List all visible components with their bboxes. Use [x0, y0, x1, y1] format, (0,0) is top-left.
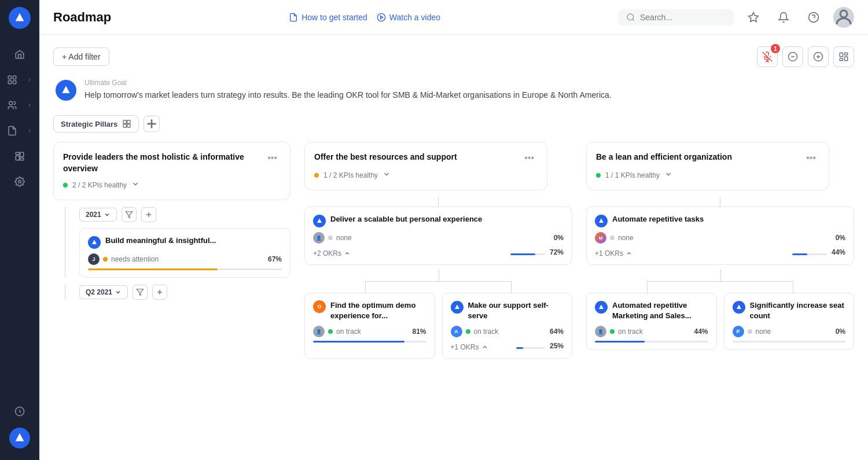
- sidebar-logo-bottom[interactable]: [9, 428, 30, 448]
- sidebar-item-okrs[interactable]: [3, 68, 36, 91]
- layout-button[interactable]: [833, 46, 854, 67]
- pillar-card-3: Be a lean and efficient organization •••…: [586, 142, 829, 190]
- quarter-q2-btn[interactable]: Q2 2021: [79, 285, 128, 299]
- help-button[interactable]: [803, 7, 824, 28]
- zoom-in-button[interactable]: [808, 46, 829, 67]
- quarter-q2-filter-btn[interactable]: [133, 285, 148, 300]
- chevron-down-icon: [131, 180, 139, 188]
- watch-video-link[interactable]: Watch a video: [377, 13, 440, 22]
- quarter-q2-add-btn[interactable]: [152, 285, 167, 300]
- sidebar-item-people[interactable]: [3, 94, 36, 117]
- kpi-chevron[interactable]: [131, 180, 139, 190]
- svg-rect-6: [16, 156, 19, 160]
- quarter-add-btn[interactable]: [141, 207, 156, 222]
- svg-point-18: [840, 10, 847, 17]
- pillar-2-menu[interactable]: •••: [521, 152, 538, 164]
- quarter-2021-btn[interactable]: 2021: [79, 208, 117, 222]
- okr-title: Automated repetitive Marketing and Sales…: [612, 300, 708, 321]
- pillar-3-menu[interactable]: •••: [803, 152, 819, 164]
- expand-okrs-btn[interactable]: +2 OKRs: [313, 249, 351, 257]
- okr-avatar: 👤: [313, 326, 325, 337]
- okr-progress-bar: [595, 341, 708, 343]
- svg-rect-1: [13, 76, 16, 79]
- plus-icon: [144, 116, 159, 131]
- pillar-2-kpi: 1 / 2 KPIs healthy: [314, 170, 538, 181]
- okr-percent: 0%: [554, 234, 564, 242]
- sidebar: [0, 0, 39, 460]
- chevron-down-icon: [115, 289, 122, 296]
- svg-marker-12: [380, 16, 382, 19]
- zoom-out-button[interactable]: [782, 46, 803, 67]
- svg-point-4: [9, 101, 13, 105]
- chevron-down-icon: [104, 211, 111, 218]
- pillar-col-1: Provide leaders the most holistic & info…: [53, 142, 290, 363]
- quarter-header-2021: 2021: [79, 207, 290, 222]
- chevron-up-icon: [626, 250, 632, 257]
- avatar-icon: [833, 7, 854, 28]
- okr-meta-row: J needs attention 67%: [88, 253, 282, 265]
- okr-avatar: P: [733, 326, 744, 337]
- kpi-chevron[interactable]: [664, 170, 672, 181]
- expand-percent: 25%: [550, 342, 564, 350]
- mute-button[interactable]: 1: [757, 46, 778, 67]
- pillar-1-menu[interactable]: •••: [264, 152, 281, 164]
- search-box[interactable]: [618, 9, 734, 25]
- add-pillar-button[interactable]: [144, 116, 160, 132]
- sidebar-item-dashboard[interactable]: [7, 145, 32, 168]
- expand-percent: 72%: [550, 248, 564, 256]
- pillar-2-title: Offer the best resources and support: [314, 152, 521, 163]
- expand-percent: 44%: [832, 248, 845, 256]
- kpi-chevron[interactable]: [382, 170, 391, 181]
- ug-text: Help tomorrow's market leaders turn stra…: [84, 89, 612, 101]
- sidebar-item-expand[interactable]: [7, 400, 32, 423]
- svg-rect-31: [123, 120, 126, 123]
- expand-okrs-btn[interactable]: +1 OKRs: [451, 343, 488, 351]
- okr-meta-row: A on track 64%: [451, 326, 564, 337]
- okr-percent: 64%: [550, 327, 564, 336]
- pillar2-connector: [304, 197, 572, 207]
- layout-icon: [838, 51, 849, 62]
- expand-progress-fill: [792, 253, 807, 255]
- status-dot: [328, 329, 333, 334]
- okr-icon: [88, 236, 101, 249]
- sidebar-item-settings[interactable]: [7, 170, 32, 193]
- status-dot: [748, 329, 752, 334]
- okr-progress-fill: [88, 268, 218, 270]
- page-title: Roadmap: [53, 10, 111, 25]
- vertical-line: [438, 197, 439, 207]
- status-dot: [103, 257, 108, 262]
- quarter-q2-section: Q2 2021: [65, 285, 290, 300]
- okr-percent: 44%: [694, 327, 708, 336]
- expand-okrs-btn[interactable]: +1 OKRs: [595, 249, 632, 257]
- document-icon: [289, 13, 298, 22]
- sidebar-bottom: [7, 400, 32, 453]
- svg-marker-37: [126, 212, 133, 218]
- okr-status: M none: [595, 232, 634, 244]
- sidebar-item-home[interactable]: [7, 43, 32, 66]
- svg-point-13: [627, 14, 634, 20]
- user-avatar[interactable]: [833, 7, 854, 28]
- okr-title: Make our support self-serve: [468, 300, 564, 321]
- okr-meta-row: M none 0%: [595, 232, 845, 244]
- tree-connector-p3: [598, 270, 843, 293]
- pillar2-children-row: O Find the optimum demo experience for..…: [304, 293, 572, 363]
- search-input[interactable]: [640, 13, 726, 22]
- pillar-1-title: Provide leaders the most holistic & info…: [63, 152, 264, 174]
- pillars-label-btn[interactable]: Strategic Pillars: [53, 115, 139, 133]
- notifications-button[interactable]: [773, 7, 794, 28]
- kpi-text: 2 / 2 KPIs healthy: [72, 181, 127, 189]
- svg-rect-30: [840, 58, 843, 61]
- svg-rect-5: [16, 152, 19, 154]
- how-to-link[interactable]: How to get started: [289, 13, 367, 22]
- add-filter-button[interactable]: + Add filter: [53, 47, 109, 66]
- sidebar-item-docs[interactable]: [3, 119, 36, 142]
- kpi-dot: [596, 173, 601, 178]
- favorite-button[interactable]: [743, 7, 764, 28]
- quarter-filter-btn[interactable]: [122, 207, 137, 222]
- plus-icon: [813, 51, 823, 62]
- app-logo[interactable]: [9, 7, 31, 29]
- status-dot: [328, 235, 333, 240]
- roadmap-tree: Provide leaders the most holistic & info…: [53, 142, 854, 363]
- pillars-header: Strategic Pillars: [53, 115, 854, 133]
- okr-avatar: J: [88, 253, 100, 265]
